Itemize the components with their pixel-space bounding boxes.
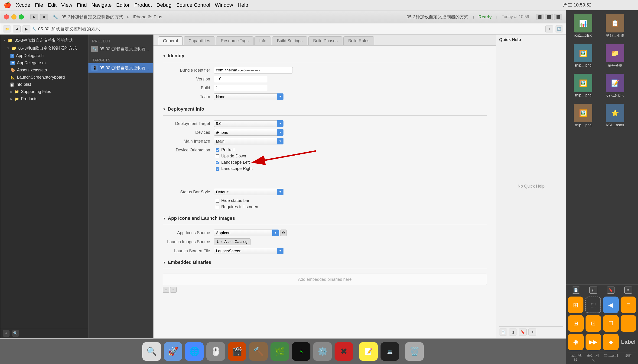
sidebar-assets[interactable]: 🎨 Assets.xcassets <box>0 66 88 74</box>
dock-terminal[interactable]: $ <box>292 342 310 361</box>
dock-xmind[interactable]: ✖ <box>335 342 353 361</box>
tab-capabilities[interactable]: Capabilities <box>184 36 215 45</box>
quickhelp-doc-btn[interactable]: 📄 <box>499 328 507 336</box>
dock-tools[interactable]: 🔨 <box>249 342 268 361</box>
desktop-file-4[interactable]: 📁 车丹分享 <box>600 42 630 70</box>
add-item-btn[interactable]: + <box>3 330 10 337</box>
minimize-button[interactable] <box>11 14 17 20</box>
desktop-file-1[interactable]: 📊 ios1....xlsx <box>568 12 598 40</box>
add-file-btn[interactable]: + <box>545 26 553 32</box>
maximize-button[interactable] <box>19 14 24 20</box>
menu-debug[interactable]: Debug <box>156 2 171 8</box>
main-interface-select[interactable]: Main <box>214 138 284 144</box>
portrait-checkbox[interactable] <box>216 148 220 152</box>
version-input[interactable] <box>214 76 267 82</box>
launch-screen-select[interactable]: LaunchScreen <box>214 248 284 254</box>
menu-product[interactable]: Product <box>134 2 152 8</box>
sidebar-project-root[interactable]: ▼ 📁 05-3种加载自定义控制器的方式 <box>0 36 88 44</box>
stop-button[interactable]: ■ <box>40 14 48 20</box>
quick-open-btn[interactable]: 🔄 <box>555 26 563 32</box>
tab-resource-tags[interactable]: Resource Tags <box>216 36 254 45</box>
dt-file-btn[interactable]: 📄 <box>572 286 580 294</box>
dock-media[interactable]: 🎬 <box>228 342 246 361</box>
tab-build-phases[interactable]: Build Phases <box>308 36 342 45</box>
play-button[interactable]: ▶ <box>31 14 38 20</box>
file-navigator-btn[interactable]: 📁 <box>3 26 11 32</box>
dt-icon-6[interactable]: ⊡ <box>585 315 601 332</box>
dt-icon-11[interactable]: ◆ <box>603 334 619 350</box>
apple-menu[interactable]: 🍎 <box>4 2 11 8</box>
dt-code-btn[interactable]: {} <box>589 286 597 294</box>
tab-info[interactable]: Info <box>255 36 271 45</box>
dock-safari[interactable]: 🌐 <box>185 342 203 361</box>
devices-select[interactable]: iPhone <box>214 129 284 136</box>
menu-file[interactable]: File <box>35 2 43 8</box>
team-select[interactable]: None <box>214 94 284 100</box>
dock-term2[interactable]: 💻 <box>380 342 399 361</box>
dt-icon-8[interactable] <box>620 315 636 332</box>
quickhelp-list-btn[interactable]: ≡ <box>528 328 536 336</box>
menu-find[interactable]: Find <box>77 2 87 8</box>
menu-xcode[interactable]: Xcode <box>16 2 30 8</box>
dock-launchpad[interactable]: 🚀 <box>164 342 182 361</box>
dt-icon-2[interactable]: ⬚ <box>585 296 601 313</box>
dt-icon-9[interactable]: ◉ <box>568 334 584 350</box>
dt-icon-5[interactable]: ⊞ <box>568 315 584 332</box>
panel-center-btn[interactable]: ⬛ <box>545 14 553 20</box>
dt-icon-7[interactable]: ☐ <box>603 315 619 332</box>
dock-mouse[interactable]: 🖱️ <box>206 342 225 361</box>
hide-statusbar-checkbox[interactable] <box>216 199 220 203</box>
menu-view[interactable]: View <box>61 2 72 8</box>
sidebar-appdelegate-m[interactable]: m AppDelegate.m <box>0 59 88 66</box>
tab-build-settings[interactable]: Build Settings <box>272 36 307 45</box>
fullscreen-checkbox[interactable] <box>216 205 220 209</box>
sidebar-appdelegate-h[interactable]: h AppDelegate.h <box>0 52 88 59</box>
sidebar-infoplist[interactable]: p Info.plist <box>0 81 88 88</box>
build-input[interactable] <box>214 84 267 91</box>
dock-notes[interactable]: 📝 <box>359 342 378 361</box>
landscape-right-checkbox[interactable] <box>216 167 220 171</box>
sidebar-products[interactable]: ▶ 📁 Products <box>0 95 88 102</box>
sidebar-supporting-files[interactable]: ▶ 📁 Supporting Files <box>0 88 88 95</box>
add-embedded-button[interactable]: + <box>163 287 169 292</box>
dock-trash[interactable]: 🗑️ <box>405 342 424 361</box>
desktop-file-3[interactable]: 🖼️ snip....png <box>568 42 598 70</box>
desktop-file-8[interactable]: ⭐ KSI....aster <box>600 102 630 129</box>
filter-btn[interactable]: 🔍 <box>12 330 19 337</box>
statusbar-style-select[interactable]: Default <box>214 189 284 195</box>
close-button[interactable] <box>4 14 9 20</box>
bundle-identifier-input[interactable] <box>214 67 293 74</box>
dock-internet[interactable]: 🌿 <box>271 342 289 361</box>
remove-embedded-button[interactable]: − <box>170 287 177 292</box>
target-item[interactable]: 📱 05-3种加载自定义控制器... <box>88 63 153 72</box>
menu-help[interactable]: Help <box>238 2 248 8</box>
menu-window[interactable]: Window <box>215 2 233 8</box>
dock-prefs[interactable]: ⚙️ <box>313 342 332 361</box>
dt-icon-3[interactable]: ◀ <box>603 296 618 313</box>
app-icons-gear-button[interactable]: ⚙ <box>280 230 287 236</box>
dt-icon-10[interactable]: ▶▶ <box>585 334 601 350</box>
menu-edit[interactable]: Edit <box>48 2 57 8</box>
menu-editor[interactable]: Editor <box>116 2 130 8</box>
desktop-file-2[interactable]: 📋 第13...业维 <box>600 12 630 40</box>
upsidedown-checkbox[interactable] <box>216 154 220 158</box>
deployment-collapse-icon[interactable]: ▼ <box>163 107 166 111</box>
quickhelp-code-btn[interactable]: {} <box>509 328 517 336</box>
dt-icon-1[interactable]: ⊞ <box>568 296 583 313</box>
tab-build-rules[interactable]: Build Rules <box>343 36 374 45</box>
identity-collapse-icon[interactable]: ▼ <box>163 54 166 58</box>
sidebar-launchscreen[interactable]: 📐 LaunchScreen.storyboard <box>0 74 88 81</box>
panel-right-btn[interactable]: ⬛ <box>554 14 562 20</box>
quickhelp-bookmark-btn[interactable]: 🔖 <box>519 328 527 336</box>
deployment-target-select[interactable]: 9.0 <box>214 120 284 127</box>
menu-source[interactable]: Source Control <box>176 2 210 8</box>
dt-list-btn[interactable]: ≡ <box>624 286 632 294</box>
use-asset-catalog-button[interactable]: Use Asset Catalog <box>214 238 251 245</box>
tab-general[interactable]: General <box>158 36 183 45</box>
app-icons-source-select[interactable]: AppIcon <box>214 230 279 236</box>
nav-back-btn[interactable]: ◀ <box>13 26 21 32</box>
embedded-collapse-icon[interactable]: ▼ <box>163 260 166 264</box>
desktop-file-5[interactable]: 🖼️ snip....png <box>568 72 598 100</box>
desktop-file-7[interactable]: 🖼️ snip....png <box>568 102 598 129</box>
sidebar-project-subitem[interactable]: ▼ 📁 05-3种加载自定义控制器的方式 <box>0 44 88 52</box>
